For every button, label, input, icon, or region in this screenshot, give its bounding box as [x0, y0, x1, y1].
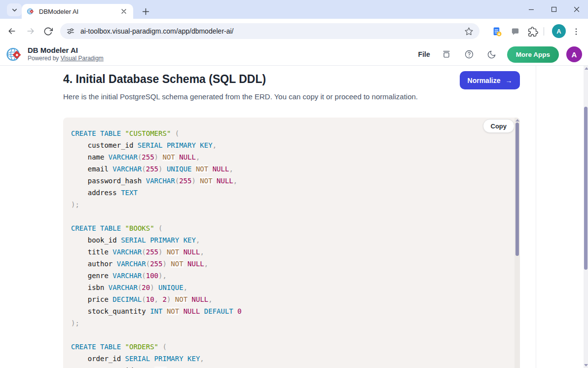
tab-strip: DBModeler AI: [0, 0, 588, 19]
reload-button[interactable]: [42, 26, 53, 37]
tab-close-icon[interactable]: [119, 7, 128, 16]
visual-paradigm-link[interactable]: Visual Paradigm: [61, 55, 104, 62]
arrow-right-icon: →: [505, 77, 512, 84]
code-line: name VARCHAR(255) NOT NULL,: [71, 151, 507, 163]
favicon-visual-paradigm-icon: [27, 7, 35, 15]
code-line: order_id SERIAL PRIMARY KEY,: [71, 353, 507, 365]
code-scrollbar-thumb[interactable]: [515, 123, 519, 256]
browser-toolbar: ai-toolbox.visual-paradigm.com/app/dbmod…: [0, 19, 588, 43]
code-line: address TEXT: [71, 187, 507, 199]
toolbar-divider: [544, 27, 544, 36]
code-line: price DECIMAL(10, 2) NOT NULL,: [71, 293, 507, 305]
code-lines: CREATE TABLE "CUSTOMERS" ( customer_id S…: [63, 118, 514, 368]
code-line: email VARCHAR(255) UNIQUE NOT NULL,: [71, 163, 507, 175]
address-bar[interactable]: ai-toolbox.visual-paradigm.com/app/dbmod…: [60, 23, 479, 39]
copy-button[interactable]: Copy: [483, 119, 515, 133]
code-line: CREATE TABLE "ORDERS" (: [71, 341, 507, 353]
app-header: DB Modeler AI Powered by Visual Paradigm…: [0, 43, 588, 66]
normalize-button[interactable]: Normalize→: [460, 71, 520, 89]
browser-profile-avatar[interactable]: A: [552, 24, 566, 38]
page-content: 4. Initial Database Schema (SQL DDL) Nor…: [0, 66, 588, 368]
code-line: [71, 329, 507, 341]
page-scrollbar-thumb[interactable]: [584, 107, 588, 270]
close-window-button[interactable]: [565, 0, 588, 19]
dark-mode-moon-icon[interactable]: [483, 46, 500, 63]
code-line: [71, 210, 507, 222]
page-scroll-down-icon[interactable]: [584, 364, 588, 367]
chat-bubble-icon[interactable]: [509, 26, 521, 38]
browser-tab[interactable]: DBModeler AI: [22, 4, 133, 19]
code-line: customer_id INT NOT NULL,: [71, 365, 507, 368]
powered-by: Powered by Visual Paradigm: [28, 55, 104, 62]
minimize-button[interactable]: [520, 0, 543, 19]
app-user-avatar[interactable]: A: [566, 46, 582, 62]
code-line: genre VARCHAR(100),: [71, 270, 507, 282]
tab-search-button[interactable]: [7, 3, 22, 16]
app-title: DB Modeler AI: [28, 46, 104, 55]
code-line: author VARCHAR(255) NOT NULL,: [71, 258, 507, 270]
code-line: );: [71, 317, 507, 329]
more-apps-button[interactable]: More Apps: [507, 46, 559, 63]
code-line: stock_quantity INT NOT NULL DEFAULT 0: [71, 305, 507, 317]
code-line: );: [71, 199, 507, 210]
docs-extension-icon[interactable]: [491, 26, 503, 38]
page-scrollbar[interactable]: [584, 66, 588, 368]
new-tab-button[interactable]: [139, 5, 152, 18]
code-line: customer_id SERIAL PRIMARY KEY,: [71, 139, 507, 151]
site-settings-icon[interactable]: [66, 27, 75, 36]
page-subtitle: Here is the initial PostgreSQL schema ge…: [63, 92, 418, 101]
extensions-puzzle-icon[interactable]: [527, 26, 539, 38]
code-scroll-up-icon[interactable]: [515, 119, 519, 122]
content-right-divider: [536, 66, 536, 368]
maximize-button[interactable]: [543, 0, 565, 19]
code-line: isbn VARCHAR(20) UNIQUE,: [71, 282, 507, 293]
chevron-down-icon: [11, 7, 18, 13]
code-line: CREATE TABLE "CUSTOMERS" (: [71, 127, 507, 139]
code-line: CREATE TABLE "BOOKS" (: [71, 222, 507, 234]
code-line: password_hash VARCHAR(255) NOT NULL,: [71, 175, 507, 187]
forward-button[interactable]: [25, 26, 36, 37]
window-controls: [520, 0, 588, 19]
app-title-block: DB Modeler AI Powered by Visual Paradigm: [28, 46, 104, 62]
code-line: book_id SERIAL PRIMARY KEY,: [71, 234, 507, 246]
bookmark-star-icon[interactable]: [464, 27, 474, 36]
code-scrollbar[interactable]: [514, 118, 520, 368]
page-scroll-up-icon[interactable]: [585, 67, 588, 70]
browser-window: DBModeler AI: [0, 0, 588, 368]
visual-paradigm-logo-icon: [6, 46, 23, 63]
help-icon[interactable]: [461, 46, 478, 63]
file-menu[interactable]: File: [416, 47, 432, 61]
back-button[interactable]: [6, 26, 17, 37]
header-actions: File More Apps A: [416, 43, 582, 65]
sql-code-block: CREATE TABLE "CUSTOMERS" ( customer_id S…: [63, 118, 520, 368]
page-title: 4. Initial Database Schema (SQL DDL): [63, 73, 266, 86]
tab-title: DBModeler AI: [39, 8, 119, 15]
browser-menu-kebab-icon[interactable]: [570, 26, 582, 38]
url-text: ai-toolbox.visual-paradigm.com/app/dbmod…: [80, 27, 464, 35]
archive-box-icon[interactable]: [438, 46, 455, 63]
code-line: title VARCHAR(255) NOT NULL,: [71, 246, 507, 258]
